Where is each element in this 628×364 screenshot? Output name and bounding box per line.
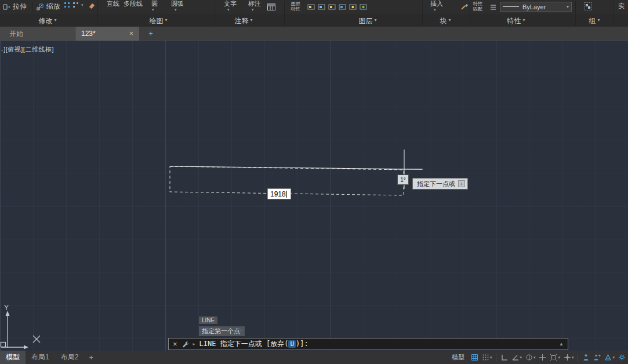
tab-drawing-label: 123* [81,30,96,38]
layer-lock-icon[interactable] [328,3,336,10]
chevron-down-icon[interactable]: ▾ [252,8,254,12]
layer-properties-button[interactable]: 图层 特性 [289,1,303,12]
panel-layers-label: 图层 [358,16,372,26]
ucs-x-arrow-icon [24,345,28,350]
erase-button[interactable] [88,2,96,9]
text-tool-label[interactable]: 文字 [224,0,237,7]
snap-toggle[interactable]: ▾ [481,352,493,362]
annotation-visibility-toggle[interactable] [581,352,591,362]
wrench-icon[interactable] [181,340,189,348]
circle-tool-label[interactable]: 圆 [151,0,158,7]
panel-divider [575,1,576,26]
dimension-tool-label[interactable]: 标注 [248,0,261,7]
chevron-down-icon[interactable]: ▾ [567,4,569,9]
utility-panel-partial-label[interactable]: 实 [618,2,625,9]
panel-annotate-label: 注释 [234,16,248,26]
chevron-down-icon: ▾ [522,17,525,26]
tab-start[interactable]: 开始 [0,27,75,41]
layer-isolate-icon[interactable] [360,3,367,10]
table-icon[interactable] [267,2,276,12]
annotation-autoscale-icon [593,354,601,361]
expand-history-icon[interactable]: ▲ [559,341,564,347]
osnap-toggle[interactable]: ▾ [549,352,561,362]
grid-toggle[interactable] [470,352,480,362]
list-icon[interactable] [489,3,497,11]
annotation-scale-toggle[interactable]: ▾ [603,352,616,362]
panel-block-label: 块 [440,16,447,26]
polyline-tool-label[interactable]: 多段线 [124,0,143,7]
array-button[interactable]: ▾ [64,2,84,8]
tab-model[interactable]: 模型 [0,351,26,364]
drawing-canvas[interactable]: -][俯视][二维线框] Y 1° 指定下一点或 + 1918 LINE 指定第… [0,41,628,351]
layer-color-icon[interactable] [339,3,346,10]
new-drawing-button[interactable]: + [146,29,155,38]
chevron-down-icon[interactable]: ▾ [81,3,84,8]
line-tool-label[interactable]: 直线 [107,0,119,7]
scale-button[interactable]: 缩放 [36,2,60,12]
tab-drawing-123[interactable]: 123* × [75,27,139,41]
status-bar: 模型 布局1 布局2 + 模型 ▾ [0,351,628,364]
chevron-down-icon[interactable]: ▾ [572,355,574,360]
file-tab-bar: 开始 123* × + [0,27,628,41]
match-properties-button[interactable]: 特性 匹配 [471,1,485,12]
panel-group[interactable]: 组 ▾ [580,16,609,26]
dynamic-input-tooltip: 指定下一点或 + [412,178,468,190]
panel-modify[interactable]: 修改 ▾ [33,16,62,26]
close-icon[interactable]: × [129,30,133,38]
isodraft-toggle[interactable]: ▾ [524,352,537,362]
annotation-visibility-icon [582,354,590,361]
stretch-label: 拉伸 [13,2,27,12]
osnap-icon [550,354,557,361]
panel-annotate[interactable]: 注释 ▾ [229,16,258,26]
ortho-toggle[interactable] [499,352,509,362]
layer-on-off-icon[interactable] [349,3,357,10]
model-space-label[interactable]: 模型 [452,353,464,362]
status-toggles: 模型 ▾ [452,351,627,364]
chevron-down-icon[interactable]: ▾ [558,355,560,360]
down-arrow-hint-icon: + [458,180,465,187]
text-cursor [286,191,287,198]
group-icon[interactable] [583,2,593,11]
layer-freeze-icon[interactable] [318,3,325,10]
polar-tracking-toggle[interactable]: ▾ [510,352,523,362]
isodraft-icon [525,354,533,361]
insert-block-label[interactable]: 插入 [430,0,443,7]
arc-tool-label[interactable]: 圆弧 [171,0,184,7]
command-prompt-text[interactable]: LINE 指定下一点或 [放弃(U)]: [199,339,308,349]
tab-layout2[interactable]: 布局2 [55,351,85,364]
panel-block[interactable]: 块 ▾ [431,16,460,26]
chevron-down-icon[interactable]: ▾ [434,8,436,12]
chevron-down-icon[interactable]: ▾ [520,355,522,360]
command-line[interactable]: × ▸ LINE 指定下一点或 [放弃(U)]: ▲ [168,338,568,350]
chevron-down-icon[interactable]: ▾ [175,8,177,12]
panel-draw[interactable]: 绘图 ▾ [144,16,173,26]
length-value: 1918 [270,190,286,198]
status-divider [578,354,578,362]
chevron-down-icon[interactable]: ▾ [152,8,154,12]
chevron-down-icon: ▾ [250,17,252,26]
gear-icon [618,354,626,361]
panel-layers[interactable]: 图层 ▾ [353,16,382,26]
match-properties-icon[interactable] [460,2,469,10]
annotation-autoscale-toggle[interactable] [592,352,602,362]
bylayer-dropdown[interactable]: ByLayer ▾ [500,2,572,12]
stretch-button[interactable]: 拉伸 [2,2,27,12]
osnap-tracking-toggle[interactable] [538,352,547,362]
layer-state-icon[interactable] [307,3,315,10]
chevron-down-icon[interactable]: ▾ [612,355,615,360]
tab-layout1[interactable]: 布局1 [26,351,55,364]
chevron-down-icon: ▾ [374,17,376,26]
workspace-gear-toggle[interactable] [617,352,627,362]
new-layout-button[interactable]: + [84,351,98,364]
prompt-marker-icon: ▸ [193,341,195,347]
dynamic-length-input[interactable]: 1918 [267,188,291,199]
chevron-down-icon[interactable]: ▾ [227,8,230,12]
panel-properties[interactable]: 特性 ▾ [502,16,531,26]
chevron-down-icon[interactable]: ▾ [490,355,492,360]
gizmo-toggle[interactable]: ▾ [562,352,575,362]
close-icon[interactable]: × [173,340,177,348]
command-option-key[interactable]: U [288,340,296,348]
chevron-down-icon[interactable]: ▾ [533,355,536,360]
array-icon [64,2,70,8]
stretch-icon [2,3,10,11]
